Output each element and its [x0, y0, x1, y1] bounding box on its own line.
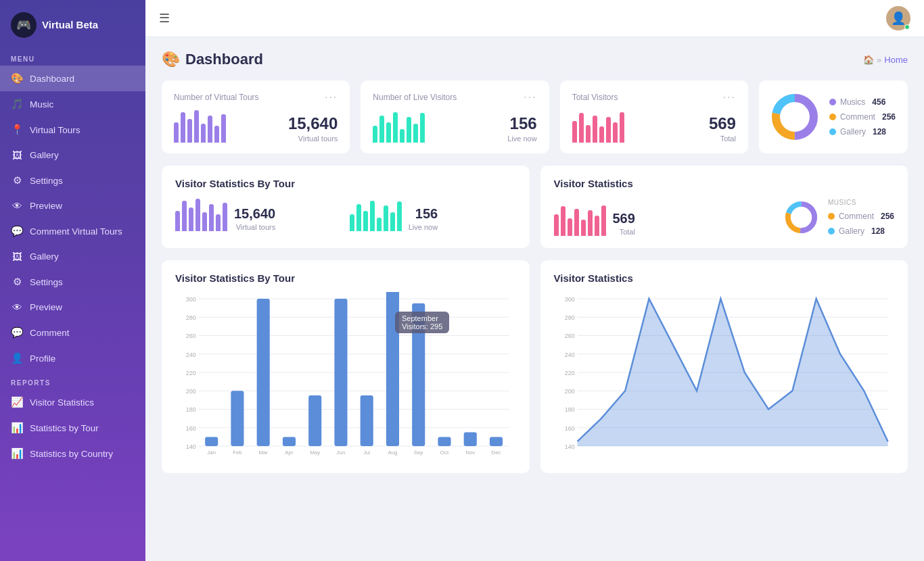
stats-tour-icon: 📊 — [11, 422, 23, 434]
main-content: ☰ 👤 🎨 Dashboard 🏠 » Home — [145, 0, 924, 561]
sidebar-item-music[interactable]: 🎵 Music — [0, 91, 145, 117]
preview-icon: 👁 — [11, 200, 23, 212]
sidebar-item-visitor-statistics[interactable]: 📈 Visitor Statistics — [0, 389, 145, 415]
stat-card-header: Number of Live Visitors ··· — [373, 91, 536, 103]
svg-text:180: 180 — [564, 406, 574, 413]
panel2-donut-legend: Musics Comment 256 Gallery 128 — [828, 199, 894, 236]
stat-value: 15,640 — [288, 114, 338, 133]
sidebar-item-gallery2[interactable]: 🖼 Gallery — [0, 244, 145, 269]
p2-musics-label: Musics — [828, 199, 856, 206]
online-indicator — [904, 24, 910, 30]
panel1-value2: 156 — [409, 206, 438, 222]
sidebar-item-dashboard[interactable]: 🎨 Dashboard — [0, 66, 145, 91]
panel2-stats: 569 Total Musics — [554, 199, 895, 236]
sidebar-item-label: Settings — [30, 277, 63, 287]
stat-card-title: Number of Virtual Tours — [174, 93, 259, 102]
stat-card-menu[interactable]: ··· — [325, 91, 338, 103]
mini-bars — [572, 110, 624, 143]
svg-text:260: 260 — [564, 333, 574, 339]
stat-label: Virtual tours — [288, 135, 338, 143]
sidebar-item-virtual-tours[interactable]: 📍 Virtual Tours — [0, 117, 145, 143]
legend-dot-gallery — [829, 128, 836, 135]
area-chart-title: Visitor Statistics — [554, 272, 895, 284]
legend-label-musics: Musics — [840, 97, 865, 107]
settings2-icon: ⚙ — [11, 276, 23, 288]
legend-value-gallery: 128 — [873, 127, 886, 137]
svg-rect-28 — [231, 391, 244, 446]
sidebar-item-label: Dashboard — [30, 74, 74, 84]
visitor-stats-panel: Visitor Statistics 569 Total — [540, 166, 908, 248]
sidebar-item-label: Comment — [30, 328, 70, 338]
hamburger-menu[interactable]: ☰ — [159, 11, 170, 26]
sidebar-item-comment-virtual-tours[interactable]: 💬 Comment Virtual Tours — [0, 218, 145, 244]
panel1-section1: 15,640 Virtual tours — [175, 199, 342, 231]
sidebar-item-label: Gallery — [30, 150, 59, 160]
sidebar-logo: 🎮 Virtual Beta — [0, 0, 145, 47]
legend-value-comment: 256 — [882, 112, 896, 122]
panel2-section1: 569 Total — [554, 203, 775, 236]
sidebar-item-preview2[interactable]: 👁 Preview — [0, 295, 145, 320]
p2-legend-musics: Musics — [828, 199, 894, 206]
svg-text:140: 140 — [186, 443, 196, 450]
sidebar-item-profile[interactable]: 👤 Profile — [0, 345, 145, 371]
bar-chart-wrap: 300280260240220200180160140JanFebMarAprM… — [175, 292, 516, 461]
stat-value: 569 — [709, 114, 736, 133]
breadcrumb-home-icon: 🏠 — [863, 55, 874, 65]
area-chart-panel: Visitor Statistics 300280260240220200180… — [540, 260, 908, 473]
svg-rect-48 — [490, 437, 503, 446]
area-chart-svg: 300280260240220200180160140 — [554, 292, 895, 461]
legend-comment: Comment 256 — [829, 112, 896, 122]
svg-text:140: 140 — [564, 443, 574, 450]
panel1-value1: 15,640 — [234, 206, 275, 222]
svg-rect-44 — [438, 437, 451, 446]
sidebar-item-label: Music — [30, 99, 53, 109]
svg-text:200: 200 — [186, 388, 196, 395]
sidebar-item-preview[interactable]: 👁 Preview — [0, 193, 145, 218]
sidebar: 🎮 Virtual Beta MENU 🎨 Dashboard 🎵 Music … — [0, 0, 145, 561]
menu-section-label: MENU — [0, 47, 145, 66]
svg-text:220: 220 — [186, 370, 196, 376]
sidebar-item-label: Preview — [30, 302, 62, 312]
svg-text:160: 160 — [186, 425, 196, 432]
panel1-stats: 15,640 Virtual tours 156 Live now — [175, 199, 516, 231]
user-avatar-wrap[interactable]: 👤 — [886, 6, 910, 30]
svg-text:220: 220 — [564, 370, 574, 376]
stat-card-header: Number of Virtual Tours ··· — [174, 91, 338, 103]
sidebar-item-settings2[interactable]: ⚙ Settings — [0, 269, 145, 295]
svg-text:Jun: Jun — [337, 449, 346, 456]
stat-label: Live now — [507, 135, 536, 143]
panel1-title: Visitor Statistics By Tour — [175, 178, 516, 189]
sidebar-item-label: Comment Virtual Tours — [30, 226, 122, 237]
stat-value-wrap: 156 Live now — [507, 114, 536, 143]
donut-chart — [771, 93, 818, 141]
stat-card-title: Number of Live Visitors — [373, 93, 457, 102]
panel1-label1: Virtual tours — [234, 223, 275, 231]
bar-chart-panel: Visitor Statistics By Tour 3002802602402… — [162, 260, 530, 473]
sidebar-item-label: Gallery — [30, 251, 59, 262]
stat-card-menu[interactable]: ··· — [723, 91, 736, 103]
svg-text:300: 300 — [186, 296, 196, 303]
stat-card-virtual-tours: Number of Virtual Tours ··· 15,640 Virtu… — [162, 80, 350, 153]
sidebar-item-comment[interactable]: 💬 Comment — [0, 320, 145, 345]
sidebar-item-statistics-by-tour[interactable]: 📊 Statistics by Tour — [0, 415, 145, 441]
sidebar-item-gallery[interactable]: 🖼 Gallery — [0, 143, 145, 168]
comment-vt-icon: 💬 — [11, 225, 23, 237]
page-content: 🎨 Dashboard 🏠 » Home Number of Virtual T… — [145, 37, 924, 561]
header: ☰ 👤 — [145, 0, 924, 37]
breadcrumb-separator: » — [877, 55, 881, 65]
svg-text:180: 180 — [186, 406, 196, 413]
stats-country-icon: 📊 — [11, 447, 23, 460]
sidebar-item-statistics-by-country[interactable]: 📊 Statistics by Country — [0, 441, 145, 466]
svg-text:Aug: Aug — [388, 449, 397, 456]
panel2-donut — [783, 199, 820, 236]
logo-icon: 🎮 — [11, 12, 37, 38]
legend-dot-comment — [829, 114, 836, 120]
svg-rect-46 — [464, 433, 477, 446]
sidebar-item-settings[interactable]: ⚙ Settings — [0, 168, 145, 193]
visitor-stats-icon: 📈 — [11, 396, 23, 408]
svg-text:Jan: Jan — [207, 449, 216, 456]
comment-icon: 💬 — [11, 326, 23, 339]
svg-text:300: 300 — [564, 296, 574, 303]
stat-card-menu[interactable]: ··· — [524, 91, 536, 103]
stat-card-body: 15,640 Virtual tours — [174, 110, 338, 143]
